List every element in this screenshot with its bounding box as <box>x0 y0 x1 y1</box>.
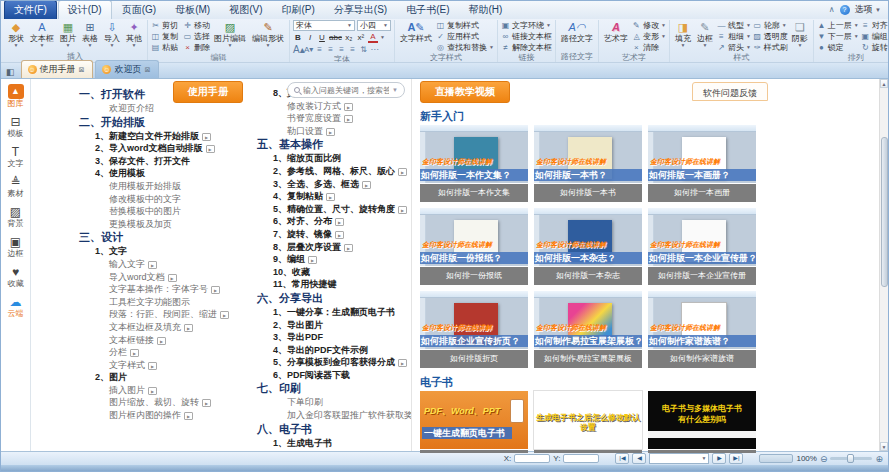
video-tab-button[interactable]: 直播教学视频 <box>420 81 510 103</box>
shrink-font-icon[interactable]: A▾ <box>304 45 313 54</box>
outline-button[interactable]: ▭轮廓▼ <box>753 20 788 31</box>
unlink-textbox-button[interactable]: ≠解除文本框 <box>501 42 552 53</box>
path-text-button[interactable]: A◠路径文字 <box>559 20 595 43</box>
paste-button[interactable]: ▤粘贴 <box>151 42 178 53</box>
scroll-down-icon[interactable]: ▼ <box>880 442 888 451</box>
line-type-button[interactable]: —线型▼ <box>717 20 751 31</box>
sidebar-item-背景[interactable]: ▨背景 <box>8 205 24 228</box>
toc-item[interactable]: 文字样式▶ <box>109 359 253 372</box>
first-page-button[interactable]: |◀ <box>615 453 629 464</box>
bring-forward-button[interactable]: ▲上一层▼ <box>817 20 859 31</box>
shadow-button[interactable]: ❏阴影▼ <box>790 20 810 48</box>
toc-item[interactable]: 1、文字 <box>95 245 253 258</box>
send-backward-button[interactable]: ▼下一层▼ <box>817 31 859 42</box>
video-card[interactable]: 金印客设计师在线讲解如何排版一份报纸？如何排一份报纸 <box>420 208 528 285</box>
copy-button[interactable]: ◫复制 <box>151 31 178 42</box>
edit-shape-button[interactable]: ✎编辑形状▼ <box>250 20 286 48</box>
scrollbar-thumb[interactable] <box>881 137 888 287</box>
strikethrough-button[interactable]: abc <box>329 33 342 42</box>
toc-item[interactable]: 3、全选、多选、框选▶ <box>273 178 411 191</box>
toc-item[interactable]: 4、复制粘贴▶ <box>273 190 411 203</box>
toc-item[interactable]: 3、保存文件、打开文件 <box>95 155 253 168</box>
justify-icon[interactable]: ≡ <box>348 45 357 54</box>
lock-button[interactable]: ●锁定 <box>817 42 859 53</box>
sidebar-item-图库[interactable]: ▲图库 <box>8 84 24 108</box>
toc-item[interactable]: 11、常用快捷键 <box>273 278 411 291</box>
zoom-out-icon[interactable]: ⊖ <box>820 454 828 464</box>
style-brush-button[interactable]: ✑样式刷 <box>753 42 788 53</box>
toc-item[interactable]: 修改模板中的文字 <box>109 193 253 206</box>
toc-item[interactable]: 2、参考线、网格、标尺、版心▶ <box>273 165 411 178</box>
shapes-button[interactable]: ◆形状▼ <box>6 20 26 48</box>
text-wrap-button[interactable]: ▣文字环绕▼ <box>501 20 552 31</box>
image-edit-button[interactable]: ▨图片编辑▼ <box>212 20 248 48</box>
toc-item[interactable]: 1、一键分享：生成翻页电子书 <box>273 306 411 319</box>
video-card[interactable]: 生成电子书之后怎么修改默认设置电子书设置 <box>534 391 642 453</box>
toc-item[interactable]: 文字基本操作：字体字号▶ <box>109 283 253 296</box>
rotate-button[interactable]: ↻旋转▼ <box>861 42 888 53</box>
toc-item[interactable]: 文本框链接▶ <box>109 334 253 347</box>
arrow-button[interactable]: ↗箭头▼ <box>717 42 751 53</box>
toc-item[interactable]: 加入金印客联盟推广软件获取奖励 <box>287 409 411 422</box>
cut-button[interactable]: ✂剪切 <box>151 20 178 31</box>
toc-item[interactable]: 3、导出PDF <box>273 331 411 344</box>
zoom-slider-thumb[interactable] <box>847 454 854 463</box>
other-button[interactable]: ✦其他▼ <box>124 20 144 48</box>
toc-item[interactable]: 更换模板及加页 <box>109 218 253 231</box>
toc-item[interactable]: 图片框内图的操作▶ <box>109 409 253 422</box>
video-card[interactable]: 金印客设计师在线讲解如何排版一本书？如何排版一本书 <box>534 125 642 202</box>
menu-item-1[interactable]: 设计(D) <box>58 0 112 19</box>
word-art-clear-button[interactable]: ×清除 <box>632 42 666 53</box>
group-button[interactable]: ▣编组▼ <box>861 31 888 42</box>
menu-item-0[interactable]: 文件(F) <box>4 0 57 19</box>
video-card[interactable]: 金印客设计师在线讲解如何排版一本作文集？如何排版一本作文集 <box>420 125 528 202</box>
toc-item[interactable]: 插入图片▶ <box>109 384 253 397</box>
delete-button[interactable]: ×删除 <box>183 42 210 53</box>
feedback-button[interactable]: 软件问题反馈 <box>692 82 768 101</box>
menu-item-2[interactable]: 页面(G) <box>113 1 165 19</box>
move-button[interactable]: ✛移动 <box>183 20 210 31</box>
link-textbox-button[interactable]: ∞链接文本框 <box>501 31 552 42</box>
italic-button[interactable]: I <box>305 33 315 42</box>
toc-item[interactable]: 2、图片 <box>95 371 253 384</box>
fit-page-control[interactable] <box>759 454 793 463</box>
toc-item[interactable]: 段落：行距、段间距、缩进▶ <box>109 308 253 321</box>
line-spacing-icon[interactable]: ⇅ <box>359 45 368 54</box>
toc-item[interactable]: 2、导出图片 <box>273 319 411 332</box>
import-button[interactable]: ⇩导入▼ <box>102 20 122 48</box>
toc-item[interactable]: 6、对齐、分布▶ <box>273 215 411 228</box>
sidebar-item-云端[interactable]: ☁云端 <box>8 295 24 318</box>
copy-style-button[interactable]: ◫复制样式 <box>436 20 494 31</box>
toc-item[interactable]: 图片缩放、裁切、旋转▶ <box>109 396 253 409</box>
align-right-icon[interactable]: ≡ <box>337 45 346 54</box>
toc-item[interactable]: 2、导入word文档自动排版▶ <box>95 142 253 155</box>
video-card[interactable]: 金印客设计师在线讲解如何排版一本企业宣传册？如何排版一本企业宣传册 <box>648 208 756 285</box>
underline-button[interactable]: U <box>317 33 327 42</box>
toc-item[interactable]: 勒口设置▶ <box>287 125 411 138</box>
video-card[interactable]: 金印客设计师在线讲解如何制作家谱族谱？如何制作家谱族谱 <box>648 291 756 368</box>
font-size-select[interactable]: 小四▼ <box>357 20 391 31</box>
word-art-modify-button[interactable]: ✎修改▼ <box>632 20 666 31</box>
toc-item[interactable]: 替换模板中的图片 <box>109 205 253 218</box>
list-icon[interactable]: ⋯ <box>370 45 379 54</box>
align-center-icon[interactable]: ≡ <box>326 45 335 54</box>
menu-item-7[interactable]: 电子书(E) <box>397 1 458 19</box>
superscript-button[interactable]: x² <box>356 33 366 42</box>
line-weight-button[interactable]: ≡粗细▼ <box>717 31 751 42</box>
toc-item[interactable]: 欢迎页介绍 <box>109 102 253 115</box>
toc-item[interactable]: 10、收藏 <box>273 266 411 279</box>
toc-item[interactable]: 7、旋转、镜像▶ <box>273 228 411 241</box>
scroll-up-icon[interactable]: ▲ <box>880 79 888 88</box>
video-card[interactable]: 金印客设计师在线讲解如何排版一本画册？如何排一本画册 <box>648 125 756 202</box>
sidebar-item-文字[interactable]: T文字 <box>8 145 24 168</box>
font-color-button[interactable]: A <box>368 33 378 43</box>
video-card[interactable]: 电子书与多媒体电子书有什么差别吗电子书和多媒体电子书有什么区别 <box>648 391 756 453</box>
video-card[interactable]: PDF、Word、PPT一键生成翻页电子书已有文件怎么生成翻页电子书 <box>420 391 528 453</box>
doc-tab-1[interactable]: ☺欢迎页⊠ <box>95 60 159 78</box>
toc-item[interactable]: 工具栏文字功能图示 <box>109 296 253 309</box>
align-left-icon[interactable]: ≡ <box>315 45 324 54</box>
sidebar-item-模板[interactable]: ⊟模板 <box>8 115 24 138</box>
video-card[interactable]: 金印客设计师在线讲解如何制作易拉宝展架展板？如何制作易拉宝展架展板 <box>534 291 642 368</box>
toc-item[interactable]: 文本框边框及填充▶ <box>109 321 253 334</box>
doc-tab-0[interactable]: ☺使用手册⊠ <box>21 60 94 78</box>
